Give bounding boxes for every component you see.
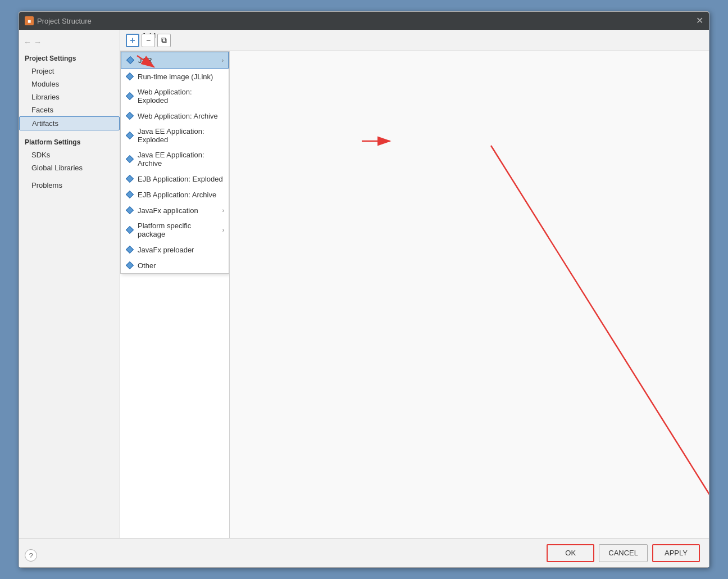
app-icon: ■ [25,16,34,25]
content-area: JAR › Empty From modules with dependenci… [120,51,709,538]
title-bar-left: ■ Project Structure [25,16,92,25]
sidebar-item-artifacts[interactable]: Artifacts [19,116,120,130]
main-content: + Add − ⧉ JAR [120,30,709,538]
nav-forward-button[interactable]: → [34,38,42,47]
project-settings-header: Project Settings [19,51,120,65]
sidebar: ← → Project Settings Project Modules Lib… [19,30,120,538]
close-button[interactable]: ✕ [696,16,703,25]
menu-item-platform-package[interactable]: Platform specific package › [121,218,229,242]
menu-item-web-archive[interactable]: Web Application: Archive [121,108,229,124]
sidebar-item-problems[interactable]: Problems [19,179,120,192]
sidebar-item-global-libraries[interactable]: Global Libraries [19,161,120,174]
sidebar-item-facets[interactable]: Facets [19,103,120,116]
title-bar: ■ Project Structure ✕ [19,12,709,30]
menu-item-ejb-exploded[interactable]: EJB Application: Exploded [121,171,229,187]
ok-button[interactable]: OK [547,544,594,562]
sidebar-item-libraries[interactable]: Libraries [19,91,120,103]
ejb-exploded-icon [125,174,134,183]
apply-button[interactable]: APPLY [652,544,700,562]
javaee-exploded-icon [125,131,134,140]
javafx-preloader-icon [125,245,134,254]
add-button[interactable]: + [126,34,139,47]
nav-arrows: ← → [19,35,120,51]
dialog-footer: OK CANCEL APPLY [19,538,709,567]
platform-settings-header: Platform Settings [19,135,120,148]
menu-item-javafx-app[interactable]: JavaFx application › [121,202,229,218]
artifact-type-menu: JAR › Empty From modules with dependenci… [120,51,229,274]
project-structure-dialog: ■ Project Structure ✕ ← → Project Settin… [19,11,709,568]
menu-item-other[interactable]: Other [121,257,229,273]
copy-button[interactable]: ⧉ [157,34,171,47]
javafx-app-icon [125,206,134,215]
menu-item-javaee-archive[interactable]: Java EE Application: Archive [121,147,229,171]
menu-item-javafx-preloader[interactable]: JavaFx preloader [121,242,229,257]
other-icon [125,261,134,270]
menu-item-javaee-exploded[interactable]: Java EE Application: Exploded [121,124,229,147]
web-exploded-icon [125,92,134,101]
menu-item-web-exploded[interactable]: Web Application: Exploded [121,84,229,108]
ejb-archive-icon [125,190,134,199]
sidebar-item-sdks[interactable]: SDKs [19,148,120,161]
menu-item-jar-label: JAR [138,56,152,65]
javaee-archive-icon [125,155,134,164]
remove-button[interactable]: − [142,34,155,47]
jar-icon [126,56,135,65]
dialog-title: Project Structure [37,17,92,25]
nav-back-button[interactable]: ← [24,38,31,47]
jar-submenu-arrow: › [222,57,224,64]
toolbar: + Add − ⧉ [120,30,709,51]
right-panel [230,51,709,538]
menu-item-jar[interactable]: JAR › [121,52,229,69]
jlink-icon [125,72,134,81]
menu-item-ejb-archive[interactable]: EJB Application: Archive [121,187,229,202]
dialog-body: ← → Project Settings Project Modules Lib… [19,30,709,538]
cancel-button[interactable]: CANCEL [599,544,648,562]
javafx-submenu-arrow: › [222,207,224,214]
web-archive-icon [125,111,134,120]
platform-package-icon [125,225,134,234]
artifact-list-panel: JAR › Empty From modules with dependenci… [120,51,230,538]
platform-submenu-arrow: › [222,227,224,233]
sidebar-item-modules[interactable]: Modules [19,78,120,91]
menu-item-jlink[interactable]: Run-time image (JLink) [121,69,229,84]
sidebar-item-project[interactable]: Project [19,65,120,78]
